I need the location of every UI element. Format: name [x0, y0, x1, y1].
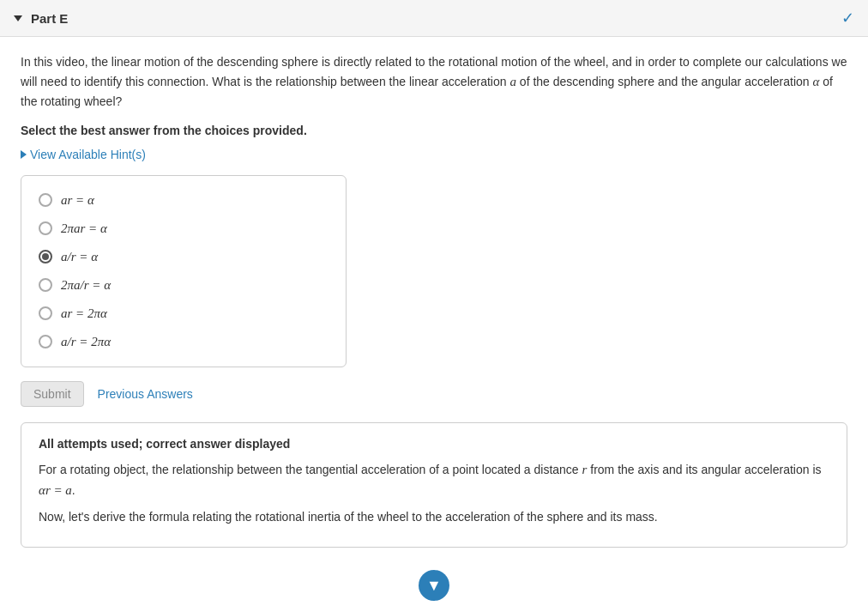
choice-item-6[interactable]: a/r = 2πα [35, 328, 332, 356]
choice-label-6: a/r = 2πα [61, 335, 111, 349]
checkmark-icon: ✓ [841, 9, 854, 27]
choice-item-2[interactable]: 2πar = α [35, 215, 332, 243]
bottom-icon-area: ▼ [21, 561, 847, 609]
hint-label: View Available Hint(s) [30, 148, 146, 161]
choice-item-4[interactable]: 2πa/r = α [35, 271, 332, 300]
radio-1[interactable] [39, 193, 52, 207]
submit-button[interactable]: Submit [21, 381, 84, 407]
radio-inner-3 [42, 253, 49, 260]
part-header: Part E ✓ [0, 0, 868, 37]
part-header-left: Part E [14, 11, 68, 26]
feedback-math: αr = a [39, 483, 72, 497]
radio-6[interactable] [39, 335, 52, 348]
var-alpha: α [813, 75, 820, 88]
hint-link[interactable]: View Available Hint(s) [21, 148, 847, 161]
radio-4[interactable] [39, 278, 52, 292]
radio-2[interactable] [39, 221, 52, 235]
feedback-text-1: For a rotating object, the relationship … [39, 459, 829, 500]
choice-label-4: 2πa/r = α [61, 278, 111, 293]
part-title: Part E [31, 11, 68, 26]
description-text: In this video, the linear motion of the … [21, 52, 847, 112]
choice-item-3[interactable]: a/r = α [35, 243, 332, 271]
feedback-var-r: r [582, 463, 588, 476]
choice-label-5: ar = 2πα [61, 306, 107, 321]
feedback-box: All attempts used; correct answer displa… [21, 422, 847, 548]
actions-row: Submit Previous Answers [21, 381, 847, 407]
bottom-circle-icon: ▼ [419, 570, 449, 601]
choice-item-1[interactable]: ar = α [35, 186, 332, 215]
radio-3[interactable] [39, 250, 52, 264]
choice-item-5[interactable]: ar = 2πα [35, 300, 332, 328]
radio-5[interactable] [39, 306, 52, 320]
instruction-text: Select the best answer from the choices … [21, 124, 847, 137]
feedback-title: All attempts used; correct answer displa… [39, 437, 829, 451]
content-area: In this video, the linear motion of the … [0, 37, 868, 612]
chevron-down-icon[interactable] [14, 15, 22, 21]
var-a: a [509, 75, 516, 88]
choice-label-3: a/r = α [61, 250, 98, 264]
feedback-text-2: Now, let's derive the formula relating t… [39, 507, 829, 526]
choices-box: ar = α 2πar = α a/r = α 2πa/r = α [21, 175, 347, 367]
choice-label-1: ar = α [61, 193, 94, 208]
previous-answers-link[interactable]: Previous Answers [98, 387, 193, 401]
choice-label-2: 2πar = α [61, 221, 107, 236]
arrow-right-icon [21, 150, 27, 159]
